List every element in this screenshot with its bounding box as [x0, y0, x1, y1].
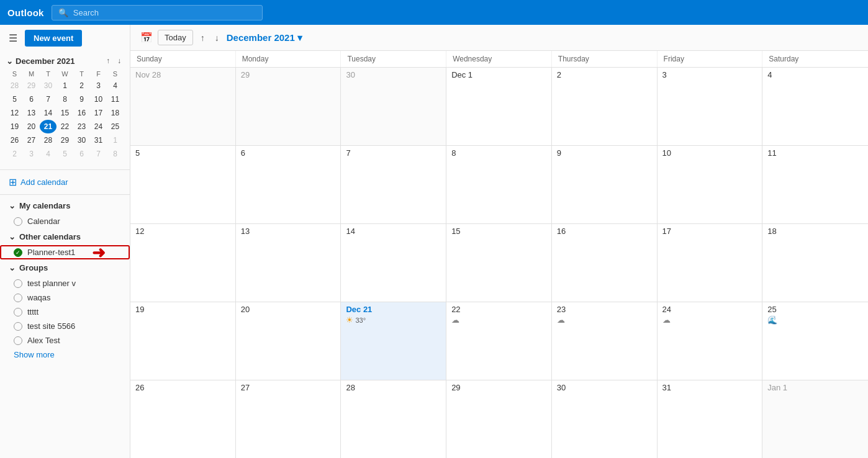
mini-cal-day[interactable]: 7 [40, 92, 57, 106]
cell-dec21[interactable]: Dec 21 ☀ 33° [341, 302, 446, 380]
cell-dec24[interactable]: 24 ☁ [658, 302, 763, 380]
cell-dec5[interactable]: 5 [130, 146, 236, 223]
other-calendars-section-header[interactable]: ⌄ Other calendars [0, 228, 130, 245]
hamburger-button[interactable]: ☰ [6, 30, 20, 47]
mini-cal-day[interactable]: 2 [73, 79, 90, 92]
cell-dec14[interactable]: 14 [341, 224, 446, 302]
groups-section-header[interactable]: ⌄ Groups [0, 259, 130, 276]
mini-cal-day[interactable]: 9 [73, 92, 90, 106]
mini-cal-day[interactable]: 29 [23, 79, 40, 92]
cell-dec15[interactable]: 15 [446, 224, 552, 302]
cell-jan1[interactable]: Jan 1 [762, 380, 868, 458]
mini-cal-day[interactable]: 1 [107, 133, 124, 147]
cell-dec4[interactable]: 4 [762, 68, 868, 145]
search-box[interactable]: 🔍 [52, 5, 263, 20]
cell-dec18[interactable]: 18 [762, 224, 868, 302]
mini-cal-day[interactable]: 8 [57, 92, 73, 106]
mini-cal-day[interactable]: 2 [6, 147, 23, 161]
sidebar-item-waqas[interactable]: waqas [0, 290, 130, 305]
mini-cal-day[interactable]: 1 [57, 79, 73, 92]
sidebar-item-ttttt[interactable]: ttttt [0, 305, 130, 319]
add-calendar-button[interactable]: ⊞ Add calendar [0, 173, 130, 192]
mini-cal-day[interactable]: 3 [23, 147, 40, 161]
search-input[interactable] [73, 8, 256, 17]
cell-dec9[interactable]: 9 [552, 146, 658, 223]
today-button[interactable]: Today [158, 30, 193, 45]
cell-dec29[interactable]: 29 [446, 380, 552, 458]
sidebar-item-test-planner-v[interactable]: test planner v [0, 276, 130, 290]
mini-cal-day[interactable]: 27 [23, 133, 40, 147]
mini-cal-day[interactable]: 13 [23, 106, 40, 120]
mini-cal-prev-button[interactable]: ↑ [104, 55, 112, 66]
mini-cal-day[interactable]: 19 [6, 120, 23, 133]
cell-dec2[interactable]: 2 [552, 68, 658, 145]
mini-cal-day[interactable]: 14 [40, 106, 57, 120]
cell-nov30[interactable]: 30 [341, 68, 446, 145]
show-more-button[interactable]: Show more [0, 348, 130, 362]
mini-cal-day[interactable]: 6 [73, 147, 90, 161]
mini-cal-day[interactable]: 15 [57, 106, 73, 120]
mini-cal-day[interactable]: 22 [57, 120, 73, 133]
planner-test1-checkbox[interactable]: ✓ [14, 248, 22, 257]
mini-cal-day[interactable]: 28 [6, 79, 23, 92]
cell-dec1[interactable]: Dec 1 [446, 68, 552, 145]
new-event-button[interactable]: New event [25, 30, 82, 47]
cell-dec23[interactable]: 23 ☁ [552, 302, 658, 380]
alex-test-checkbox[interactable] [14, 336, 22, 345]
test-site-5566-checkbox[interactable] [14, 322, 22, 331]
cell-dec8[interactable]: 8 [446, 146, 552, 223]
calendar-checkbox[interactable] [14, 217, 22, 226]
mini-cal-day[interactable]: 25 [107, 120, 124, 133]
cell-dec31[interactable]: 31 [658, 380, 763, 458]
current-month-label[interactable]: December 2021 ▾ [227, 32, 302, 43]
mini-cal-day[interactable]: 3 [90, 79, 107, 92]
cell-dec16[interactable]: 16 [552, 224, 658, 302]
mini-cal-day[interactable]: 26 [6, 133, 23, 147]
ttttt-checkbox[interactable] [14, 308, 22, 317]
cell-dec30[interactable]: 30 [552, 380, 658, 458]
cell-dec12[interactable]: 12 [130, 224, 236, 302]
mini-cal-day[interactable]: 30 [73, 133, 90, 147]
mini-cal-day[interactable]: 16 [73, 106, 90, 120]
cell-dec28[interactable]: 28 [341, 380, 446, 458]
cell-dec17[interactable]: 17 [658, 224, 763, 302]
cell-dec13[interactable]: 13 [236, 224, 341, 302]
mini-cal-day[interactable]: 7 [90, 147, 107, 161]
sidebar-item-alex-test[interactable]: Alex Test [0, 333, 130, 348]
mini-cal-day[interactable]: 24 [90, 120, 107, 133]
mini-cal-day[interactable]: 4 [40, 147, 57, 161]
mini-cal-day[interactable]: 18 [107, 106, 124, 120]
waqas-checkbox[interactable] [14, 294, 22, 302]
cell-dec25[interactable]: 25 🌊 [762, 302, 868, 380]
mini-cal-day[interactable]: 5 [57, 147, 73, 161]
cell-dec22[interactable]: 22 ☁ [446, 302, 552, 380]
next-month-button[interactable]: ↓ [212, 30, 222, 45]
mini-cal-day[interactable]: 17 [90, 106, 107, 120]
mini-cal-day[interactable]: 30 [40, 79, 57, 92]
sidebar-item-calendar[interactable]: Calendar [0, 214, 130, 228]
sidebar-item-planner-test1[interactable]: ✓ Planner-test1 [0, 245, 130, 259]
mini-cal-day[interactable]: 29 [57, 133, 73, 147]
cell-dec10[interactable]: 10 [658, 146, 763, 223]
mini-cal-day[interactable]: 5 [6, 92, 23, 106]
mini-cal-day[interactable]: 11 [107, 92, 124, 106]
mini-cal-day[interactable]: 28 [40, 133, 57, 147]
prev-month-button[interactable]: ↑ [198, 30, 207, 45]
sidebar-item-test-site-5566[interactable]: test site 5566 [0, 319, 130, 333]
mini-cal-day[interactable]: 8 [107, 147, 124, 161]
cell-dec26[interactable]: 26 [130, 380, 236, 458]
my-calendars-section-header[interactable]: ⌄ My calendars [0, 197, 130, 214]
cell-dec6[interactable]: 6 [236, 146, 341, 223]
cell-dec3[interactable]: 3 [658, 68, 763, 145]
cell-dec19[interactable]: 19 [130, 302, 236, 380]
mini-cal-day[interactable]: 12 [6, 106, 23, 120]
mini-cal-day[interactable]: 20 [23, 120, 40, 133]
mini-cal-next-button[interactable]: ↓ [115, 55, 124, 66]
cell-dec7[interactable]: 7 [341, 146, 446, 223]
cell-dec27[interactable]: 27 [236, 380, 341, 458]
mini-cal-day[interactable]: 4 [107, 79, 124, 92]
cell-dec11[interactable]: 11 [762, 146, 868, 223]
mini-cal-day[interactable]: 6 [23, 92, 40, 106]
mini-cal-day[interactable]: 23 [73, 120, 90, 133]
test-planner-v-checkbox[interactable] [14, 279, 22, 288]
